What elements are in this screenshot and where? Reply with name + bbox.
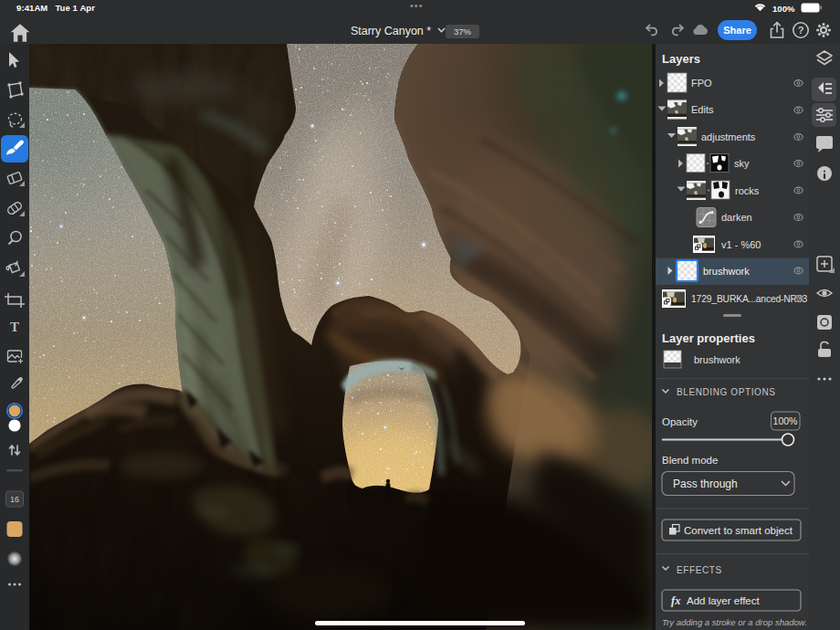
svg-text:Layer properties: Layer properties (662, 331, 755, 345)
svg-text:Add layer effect: Add layer effect (687, 595, 761, 606)
svg-text:100%: 100% (773, 415, 798, 426)
svg-text:1729_BURKA...anced-NR33: 1729_BURKA...anced-NR33 (691, 294, 807, 304)
svg-text:brushwork: brushwork (694, 354, 740, 365)
svg-text:brushwork: brushwork (703, 266, 750, 277)
svg-text:Try adding a stroke or a drop: Try adding a stroke or a drop shadow. (662, 617, 807, 627)
svg-text:sky: sky (734, 158, 750, 169)
svg-text:fx: fx (671, 594, 680, 607)
svg-text:Convert to smart object: Convert to smart object (684, 525, 793, 536)
svg-text:darken: darken (721, 212, 752, 223)
svg-text:T: T (10, 320, 19, 334)
svg-text:v1 - %60: v1 - %60 (721, 239, 761, 250)
svg-text:Opacity: Opacity (662, 416, 698, 427)
svg-text:Pass through: Pass through (673, 478, 738, 490)
svg-text:rocks: rocks (735, 185, 760, 196)
svg-text:EFFECTS: EFFECTS (677, 565, 722, 575)
svg-text:Blend mode: Blend mode (662, 455, 718, 466)
svg-text:BLENDING OPTIONS: BLENDING OPTIONS (677, 387, 776, 397)
svg-text:Edits: Edits (691, 104, 714, 115)
svg-text:adjustments: adjustments (701, 131, 756, 142)
svg-text:16: 16 (10, 495, 19, 504)
svg-text:?: ? (798, 25, 804, 36)
svg-text:FPO: FPO (691, 78, 712, 89)
